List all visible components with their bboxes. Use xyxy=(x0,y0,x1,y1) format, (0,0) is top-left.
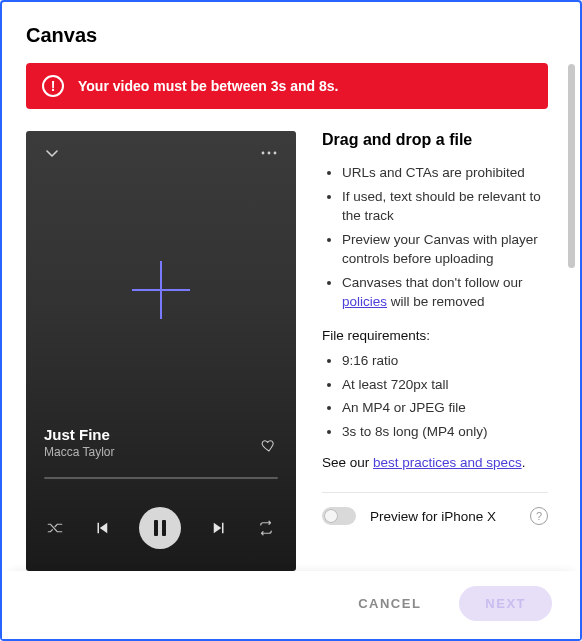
requirements-label: File requirements: xyxy=(322,328,548,343)
pause-button[interactable] xyxy=(139,507,181,549)
list-item: 3s to 8s long (MP4 only) xyxy=(342,422,548,442)
heart-icon[interactable] xyxy=(260,437,278,455)
list-item: If used, text should be relevant to the … xyxy=(342,187,548,226)
scrollbar[interactable] xyxy=(568,64,575,268)
list-item: At least 720px tall xyxy=(342,375,548,395)
track-artist: Macca Taylor xyxy=(44,445,278,459)
add-canvas-icon[interactable] xyxy=(132,261,190,319)
list-item: URLs and CTAs are prohibited xyxy=(342,163,548,183)
track-info: Just Fine Macca Taylor xyxy=(44,426,278,459)
divider xyxy=(322,492,548,493)
svg-point-2 xyxy=(274,152,277,155)
help-icon[interactable]: ? xyxy=(530,507,548,525)
iphone-x-toggle[interactable] xyxy=(322,507,356,525)
instructions-heading: Drag and drop a file xyxy=(322,131,548,149)
svg-point-1 xyxy=(268,152,271,155)
requirements-list: 9:16 ratioAt least 720px tallAn MP4 or J… xyxy=(322,351,548,441)
iphone-x-toggle-row: Preview for iPhone X ? xyxy=(322,507,548,525)
next-button[interactable]: NEXT xyxy=(459,586,552,621)
list-item: Preview your Canvas with player controls… xyxy=(342,230,548,269)
instructions-panel: Drag and drop a file URLs and CTAs are p… xyxy=(322,131,556,571)
modal-footer: CANCEL NEXT xyxy=(2,571,580,639)
canvas-preview[interactable]: Just Fine Macca Taylor xyxy=(26,131,296,571)
next-icon[interactable] xyxy=(210,519,228,537)
track-title: Just Fine xyxy=(44,426,278,443)
best-practices-link[interactable]: best practices and specs xyxy=(373,455,522,470)
error-alert: ! Your video must be between 3s and 8s. xyxy=(26,63,548,109)
list-item: 9:16 ratio xyxy=(342,351,548,371)
shuffle-icon[interactable] xyxy=(46,519,64,537)
previous-icon[interactable] xyxy=(93,519,111,537)
progress-bar[interactable] xyxy=(44,477,278,479)
cancel-button[interactable]: CANCEL xyxy=(332,586,447,621)
see-our-text: See our best practices and specs. xyxy=(322,455,548,470)
policies-link[interactable]: policies xyxy=(342,294,387,309)
alert-icon: ! xyxy=(42,75,64,97)
repeat-icon[interactable] xyxy=(256,519,276,537)
svg-point-0 xyxy=(262,152,265,155)
chevron-down-icon[interactable] xyxy=(44,145,60,161)
alert-message: Your video must be between 3s and 8s. xyxy=(78,78,338,94)
player-controls xyxy=(26,507,296,549)
iphone-x-toggle-label: Preview for iPhone X xyxy=(370,509,516,524)
more-icon[interactable] xyxy=(260,145,278,161)
guidelines-list: URLs and CTAs are prohibitedIf used, tex… xyxy=(322,163,548,312)
list-item: Canvases that don't follow our policies … xyxy=(342,273,548,312)
canvas-modal: Canvas ! Your video must be between 3s a… xyxy=(0,0,582,641)
modal-title: Canvas xyxy=(26,24,556,47)
list-item: An MP4 or JPEG file xyxy=(342,398,548,418)
